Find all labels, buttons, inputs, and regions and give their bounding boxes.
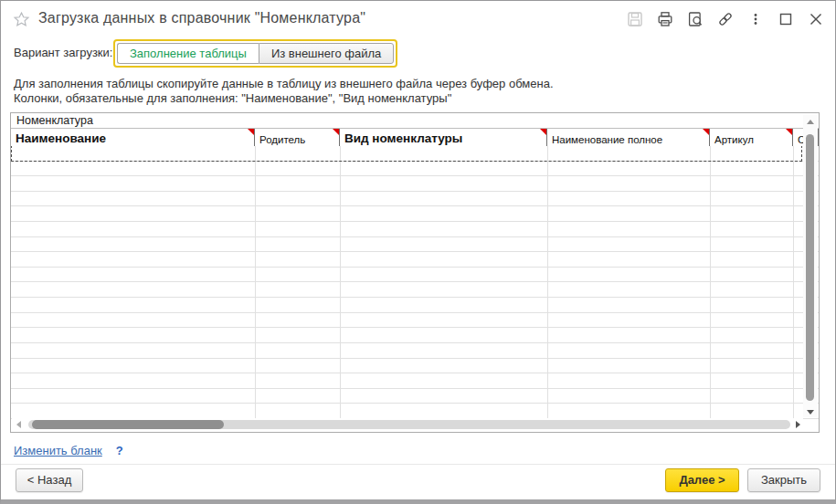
edit-form-link[interactable]: Изменить бланк — [14, 444, 102, 457]
back-button[interactable]: < Назад — [16, 468, 83, 492]
column-header-1[interactable]: Наименование — [11, 129, 255, 146]
dialog-window: Загрузка данных в справочник "Номенклату… — [0, 0, 836, 504]
table-row[interactable] — [11, 222, 819, 237]
column-divider — [793, 146, 794, 419]
tab-fill-table[interactable]: Заполнение таблицы — [117, 43, 259, 64]
favorite-star-icon[interactable] — [13, 11, 30, 28]
column-header-3[interactable]: Вид номенклатуры — [340, 129, 547, 146]
next-button[interactable]: Далее > — [665, 468, 739, 492]
preview-icon[interactable] — [687, 11, 704, 27]
table-row[interactable] — [11, 343, 819, 359]
table-row[interactable] — [11, 389, 819, 404]
variant-switch: Заполнение таблицы Из внешнего файла — [113, 39, 397, 68]
required-marker-icon — [786, 129, 792, 135]
horizontal-scrollbar[interactable] — [12, 418, 803, 431]
column-header-label: Вид номенклатуры — [344, 131, 462, 145]
edit-row: Изменить бланк ? — [14, 444, 123, 457]
table-body — [11, 146, 819, 419]
table-row[interactable] — [11, 176, 819, 192]
tab-external-file[interactable]: Из внешнего файла — [259, 43, 394, 64]
column-header-label: Артикул — [714, 134, 754, 145]
table-row[interactable] — [11, 404, 819, 419]
column-header-2[interactable]: Родитель — [255, 129, 340, 146]
table-row[interactable] — [11, 162, 819, 177]
link-icon[interactable] — [717, 11, 734, 27]
table-header-row: НаименованиеРодительВид номенклатурыНаим… — [11, 129, 819, 146]
scroll-right-icon[interactable] — [796, 421, 800, 428]
scroll-up-icon[interactable] — [807, 120, 814, 124]
vertical-scroll-thumb[interactable] — [806, 134, 814, 401]
required-marker-icon — [333, 129, 339, 135]
table-row[interactable] — [11, 328, 819, 343]
toolbar — [627, 11, 824, 27]
scroll-down-icon[interactable] — [807, 410, 814, 415]
maximize-icon[interactable] — [778, 11, 794, 27]
more-icon[interactable] — [747, 11, 764, 27]
column-header-label: Родитель — [259, 134, 305, 145]
required-marker-icon — [248, 129, 254, 135]
table-row[interactable] — [11, 237, 819, 253]
table-row[interactable] — [11, 282, 819, 298]
column-header-4[interactable]: Наименование полное — [547, 129, 710, 146]
instruction-line-1: Для заполнения таблицы скопируйте данные… — [14, 77, 554, 91]
column-divider — [710, 146, 711, 419]
table-row[interactable] — [11, 252, 819, 268]
title-bar: Загрузка данных в справочник "Номенклату… — [1, 1, 835, 37]
scroll-left-icon[interactable] — [16, 421, 21, 428]
table-row[interactable] — [11, 192, 819, 207]
save-icon[interactable] — [627, 11, 643, 27]
column-header-label: Наименование — [16, 131, 106, 145]
table-row[interactable] — [11, 206, 819, 222]
table-row[interactable] — [11, 359, 819, 374]
close-button[interactable]: Закрыть — [747, 468, 820, 492]
column-header-5[interactable]: Артикул — [710, 129, 793, 146]
required-marker-icon — [703, 129, 709, 135]
current-row-selection — [11, 146, 802, 162]
required-marker-icon — [540, 129, 546, 135]
table-row[interactable] — [11, 313, 819, 329]
instruction-line-2: Колонки, обязательные для заполнения: "Н… — [14, 91, 554, 106]
footer-divider — [1, 464, 835, 465]
column-divider — [255, 146, 256, 419]
column-divider — [340, 146, 341, 419]
page-title: Загрузка данных в справочник "Номенклату… — [38, 10, 365, 26]
table-row[interactable] — [11, 268, 819, 283]
horizontal-scroll-thumb[interactable] — [32, 420, 224, 429]
nomenclature-table: Номенклатура НаименованиеРодительВид ном… — [10, 112, 820, 433]
close-icon[interactable] — [808, 11, 824, 27]
variant-label: Вариант загрузки: — [14, 46, 112, 59]
instructions: Для заполнения таблицы скопируйте данные… — [14, 77, 554, 105]
vertical-scrollbar[interactable] — [803, 115, 818, 417]
column-divider — [547, 146, 548, 419]
table-group-header: Номенклатура — [11, 113, 819, 129]
help-icon[interactable]: ? — [116, 444, 123, 457]
print-icon[interactable] — [657, 11, 673, 27]
table-row[interactable] — [11, 298, 819, 313]
table-row[interactable] — [11, 373, 819, 389]
column-header-label: Наименование полное — [552, 134, 662, 145]
